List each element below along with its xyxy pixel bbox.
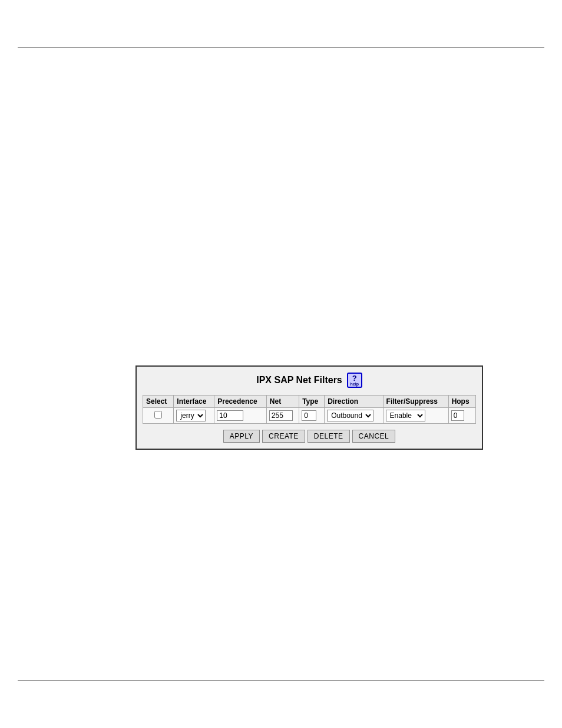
panel-title: IPX SAP Net Filters bbox=[256, 375, 342, 386]
direction-cell: Outbound Inbound bbox=[325, 408, 383, 424]
net-input[interactable] bbox=[269, 410, 293, 421]
panel-title-row: IPX SAP Net Filters ? help bbox=[143, 373, 476, 388]
interface-cell: jerry bbox=[174, 408, 214, 424]
col-header-filter-suppress: Filter/Suppress bbox=[383, 396, 448, 408]
col-header-precedence: Precedence bbox=[214, 396, 267, 408]
hops-cell bbox=[448, 408, 475, 424]
type-cell bbox=[299, 408, 325, 424]
delete-button[interactable]: DELETE bbox=[308, 430, 350, 443]
type-input[interactable] bbox=[302, 410, 316, 421]
col-header-direction: Direction bbox=[325, 396, 383, 408]
precedence-cell bbox=[214, 408, 267, 424]
help-button[interactable]: ? help bbox=[347, 373, 362, 388]
col-header-type: Type bbox=[299, 396, 325, 408]
col-header-net: Net bbox=[266, 396, 299, 408]
help-question-mark: ? bbox=[352, 374, 357, 382]
precedence-input[interactable] bbox=[217, 410, 243, 421]
select-cell bbox=[143, 408, 174, 424]
help-label: help bbox=[351, 382, 359, 386]
interface-select[interactable]: jerry bbox=[176, 410, 206, 421]
table-header-row: Select Interface Precedence Net Type Dir… bbox=[143, 396, 476, 408]
bottom-divider bbox=[18, 680, 544, 681]
filters-table: Select Interface Precedence Net Type Dir… bbox=[143, 395, 476, 424]
table-row: jerry Outbound Inbound bbox=[143, 408, 476, 424]
apply-button[interactable]: APPLY bbox=[223, 430, 260, 443]
direction-select[interactable]: Outbound Inbound bbox=[327, 410, 373, 421]
filter-suppress-cell: Enable Disable bbox=[383, 408, 448, 424]
create-button[interactable]: CREATE bbox=[262, 430, 305, 443]
col-header-select: Select bbox=[143, 396, 174, 408]
cancel-button[interactable]: CANCEL bbox=[352, 430, 396, 443]
col-header-interface: Interface bbox=[174, 396, 214, 408]
net-cell bbox=[266, 408, 299, 424]
top-divider bbox=[18, 47, 544, 48]
action-buttons-row: APPLY CREATE DELETE CANCEL bbox=[143, 430, 476, 443]
filter-suppress-select[interactable]: Enable Disable bbox=[386, 410, 425, 421]
hops-input[interactable] bbox=[451, 410, 464, 421]
col-header-hops: Hops bbox=[448, 396, 475, 408]
ipx-sap-net-filters-panel: IPX SAP Net Filters ? help Select Interf… bbox=[135, 365, 483, 450]
select-checkbox[interactable] bbox=[154, 411, 162, 419]
